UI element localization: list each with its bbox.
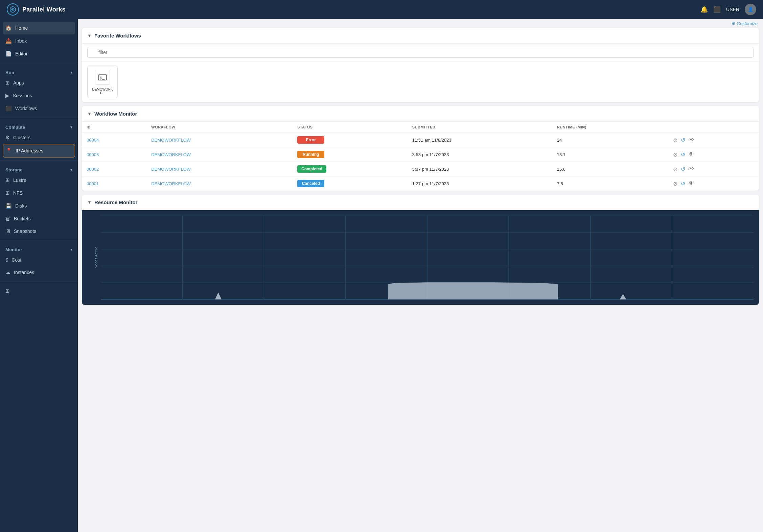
workflow-link[interactable]: DEMOWORKFLOW [151,167,191,172]
id-link[interactable]: 00001 [87,181,99,186]
id-link[interactable]: 00003 [87,152,99,157]
view-icon[interactable]: 👁 [689,166,694,172]
col-runtime: RUNTIME (MIN) [552,122,668,133]
sidebar-item-editor[interactable]: 📄 Editor [0,47,78,60]
view-icon[interactable]: 👁 [689,151,694,158]
cell-runtime: 13.1 [552,147,668,162]
table-header-row: ID WORKFLOW STATUS SUBMITTED RUNTIME (MI… [82,122,759,133]
rerun-icon[interactable]: ↺ [681,166,685,172]
favorite-workflows-header[interactable]: ▼ Favorite Workflows [82,28,759,44]
sidebar-item-workflows[interactable]: ⬛ Workflows [0,102,78,115]
sidebar-nfs-label: NFS [13,190,23,196]
filter-wrap: ▼ [87,47,754,58]
sidebar: 🏠 Home 📥 Inbox 📄 Editor Run ▾ ⊞ Apps ▶ S… [0,19,78,532]
terminal-icon[interactable]: ⬛ [713,6,721,13]
sidebar-item-lustre[interactable]: ⊞ Lustre [0,174,78,187]
sidebar-item-snapshots[interactable]: 🖥 Snapshots [0,225,78,237]
sidebar-item-home[interactable]: 🏠 Home [3,22,75,34]
inbox-icon: 📥 [5,38,12,44]
fav-chevron-icon: ▼ [87,33,92,38]
cell-submitted: 3:37 pm 11/7/2023 [408,162,552,176]
sidebar-section-monitor[interactable]: Monitor ▾ [0,243,78,253]
rerun-icon[interactable]: ↺ [681,151,685,158]
svg-point-1 [12,9,14,10]
sidebar-ip-label: IP Addresses [16,148,43,153]
workflow-link[interactable]: DEMOWORKFLOW [151,181,191,186]
action-icons: ⊘ ↺ 👁 [673,166,754,172]
storage-section-label: Storage [5,167,23,172]
sidebar-item-nfs[interactable]: ⊞ NFS [0,187,78,199]
sidebar-section-storage[interactable]: Storage ▾ [0,163,78,174]
cell-workflow: DEMOWORKFLOW [146,147,293,162]
workflow-monitor-header[interactable]: ▼ Workflow Monitor [82,106,759,122]
sidebar-item-disks[interactable]: 💾 Disks [0,199,78,212]
sidebar-item-sessions[interactable]: ▶ Sessions [0,89,78,102]
cell-actions: ⊘ ↺ 👁 [668,162,759,176]
col-status: STATUS [293,122,408,133]
logo-icon [7,3,19,16]
workflow-link[interactable]: DEMOWORKFLOW [151,138,191,143]
sidebar-item-bottom[interactable]: ⊞ [0,285,78,297]
sidebar-item-ip-addresses[interactable]: 📍 IP Addresses [3,144,75,158]
rerun-icon[interactable]: ↺ [681,137,685,143]
filter-input[interactable] [87,47,754,58]
bell-icon[interactable]: 🔔 [700,6,708,13]
divider-compute [0,118,78,118]
editor-icon: 📄 [5,51,12,57]
cell-status: Running [293,147,408,162]
sidebar-buckets-label: Buckets [14,216,31,221]
cell-status: Completed [293,162,408,176]
ip-icon: 📍 [6,148,12,154]
cancel-icon[interactable]: ⊘ [673,137,677,143]
sidebar-item-buckets[interactable]: 🗑 Buckets [0,212,78,225]
user-label: USER [726,7,739,12]
sidebar-cost-label: Cost [11,257,21,263]
cancel-icon[interactable]: ⊘ [673,151,677,158]
monitor-section-label: Monitor [5,247,22,252]
rerun-icon[interactable]: ↺ [681,180,685,187]
sidebar-apps-label: Apps [13,80,24,86]
workflow-card-icon [95,70,110,85]
run-chevron: ▾ [70,70,72,75]
app-name: Parallel Works [22,6,66,13]
id-link[interactable]: 00002 [87,167,99,172]
buckets-icon: 🗑 [5,216,10,221]
cell-actions: ⊘ ↺ 👁 [668,133,759,147]
wm-chevron-icon: ▼ [87,111,92,116]
cell-id: 00002 [82,162,146,176]
sidebar-item-inbox[interactable]: 📥 Inbox [0,34,78,47]
col-id: ID [82,122,146,133]
view-icon[interactable]: 👁 [689,137,694,143]
sidebar-inbox-label: Inbox [15,38,27,44]
main-content: ⚙ Customize ▼ Favorite Workflows ▼ [78,19,763,532]
cell-runtime: 15.6 [552,162,668,176]
compute-chevron: ▾ [70,125,72,129]
instances-icon: ☁ [5,269,10,275]
workflow-monitor-title: Workflow Monitor [94,111,137,117]
sidebar-section-compute[interactable]: Compute ▾ [0,121,78,131]
cell-id: 00004 [82,133,146,147]
sidebar-clusters-label: Clusters [13,135,30,140]
sidebar-lustre-label: Lustre [13,177,26,183]
avatar[interactable]: 👤 [745,4,756,15]
sidebar-item-cost[interactable]: $ Cost [0,253,78,266]
resource-monitor-header[interactable]: ▼ Resource Monitor [82,195,759,210]
sidebar-item-apps[interactable]: ⊞ Apps [0,76,78,89]
view-icon[interactable]: 👁 [689,180,694,187]
customize-label: Customize [737,21,758,26]
chart-svg: 0 2 4 6 8 10 [101,216,754,299]
cancel-icon[interactable]: ⊘ [673,180,677,187]
customize-link[interactable]: ⚙ Customize [732,21,758,26]
sidebar-item-clusters[interactable]: ⚙ Clusters [0,131,78,144]
cell-workflow: DEMOWORKFLOW [146,133,293,147]
action-icons: ⊘ ↺ 👁 [673,180,754,187]
workflow-link[interactable]: DEMOWORKFLOW [151,152,191,157]
col-actions [668,122,759,133]
id-link[interactable]: 00004 [87,138,99,143]
cancel-icon[interactable]: ⊘ [673,166,677,172]
grid-icon: ⊞ [5,288,10,294]
sidebar-section-run[interactable]: Run ▾ [0,66,78,76]
workflow-monitor-panel: ▼ Workflow Monitor ID WORKFLOW STATUS SU… [82,106,759,191]
sidebar-item-instances[interactable]: ☁ Instances [0,266,78,279]
workflow-card[interactable]: DEMOWORKF... [87,66,118,98]
